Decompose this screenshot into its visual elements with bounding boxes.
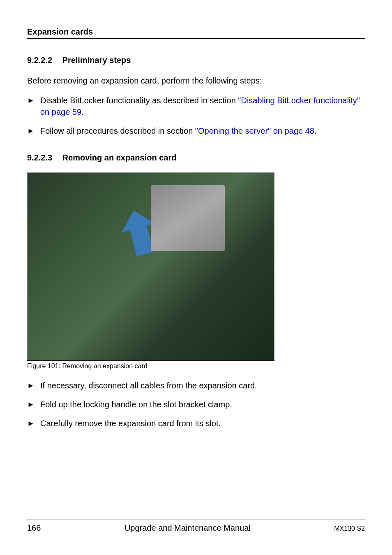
footer-document-title: Upgrade and Maintenance Manual [41,523,334,533]
text-prefix: Follow all procedures described in secti… [40,126,195,135]
section-number: 9.2.2.2 [27,56,60,65]
page-footer: 166 Upgrade and Maintenance Manual MX130… [27,520,365,533]
section-number: 9.2.2.3 [27,153,60,163]
page-header: Expansion cards [27,27,365,39]
list-item: ► Follow all procedures described in sec… [27,125,365,137]
triangle-bullet-icon: ► [27,399,40,410]
triangle-bullet-icon: ► [27,95,40,106]
header-title: Expansion cards [27,27,365,37]
list-item: ► Disable BitLocker functionality as des… [27,95,365,118]
footer-model: MX130 S2 [334,525,365,532]
figure-image-motherboard [27,172,274,360]
bullet-content: Follow all procedures described in secti… [40,125,365,137]
list-item: ► Carefully remove the expansion card fr… [27,418,365,429]
header-rule [27,38,365,39]
figure-container: Figure 101: Removing an expansion card [27,172,365,370]
text-suffix: . [314,126,317,135]
triangle-bullet-icon: ► [27,418,40,429]
triangle-bullet-icon: ► [27,380,40,391]
intro-paragraph: Before removing an expansion card, perfo… [27,75,365,86]
bullet-content: If necessary, disconnect all cables from… [40,380,365,391]
bullet-content: Fold up the locking handle on the slot b… [40,399,365,410]
section-heading-preliminary: 9.2.2.2 Preliminary steps [27,56,365,65]
triangle-bullet-icon: ► [27,125,40,136]
bullet-content: Disable BitLocker functionality as descr… [40,95,365,118]
link-opening-server[interactable]: "Opening the server" on page 48 [195,126,314,135]
text-prefix: Disable BitLocker functionality as descr… [40,96,238,105]
section-title: Removing an expansion card [62,153,177,162]
figure-caption: Figure 101: Removing an expansion card [27,360,274,370]
footer-page-number: 166 [27,523,41,533]
preliminary-steps-list: ► Disable BitLocker functionality as des… [27,95,365,137]
section-title: Preliminary steps [62,56,131,65]
section-heading-removing: 9.2.2.3 Removing an expansion card [27,153,365,163]
text-suffix: . [81,107,84,116]
list-item: ► Fold up the locking handle on the slot… [27,399,365,410]
bullet-content: Carefully remove the expansion card from… [40,418,365,429]
removal-steps-list: ► If necessary, disconnect all cables fr… [27,380,365,429]
list-item: ► If necessary, disconnect all cables fr… [27,380,365,391]
